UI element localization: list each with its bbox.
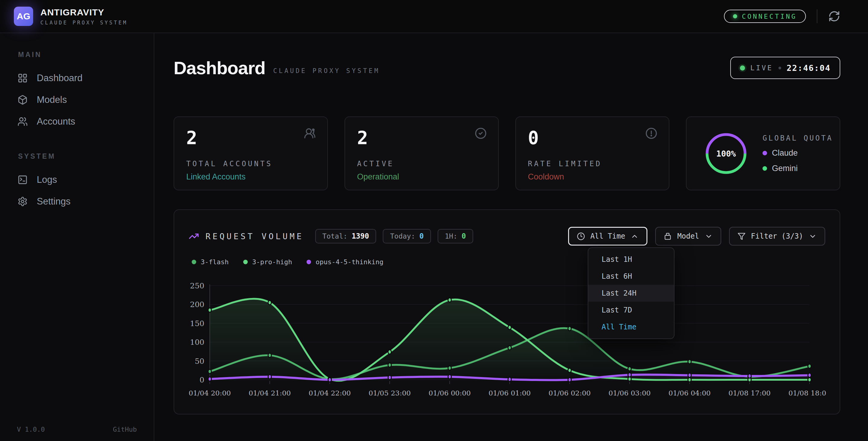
archive-icon — [664, 232, 672, 240]
filter-button[interactable]: Filter (3/3) — [729, 227, 825, 245]
refresh-button[interactable] — [828, 10, 840, 22]
main-content: Dashboard CLAUDE PROXY SYSTEM LIVE 22:46… — [154, 33, 868, 441]
stat-sublabel: Operational — [357, 172, 486, 182]
version-label: V 1.0.0 — [17, 425, 45, 433]
stat-cards: 2 TOTAL ACCOUNTS Linked Accounts 2 ACTIV… — [174, 116, 840, 190]
time-range-option[interactable]: Last 7D — [588, 302, 674, 319]
chart-header: REQUEST VOLUME Total: 1390 Today: 0 1H: … — [189, 227, 825, 245]
topbar: AG ANTIGRAVITY CLAUDE PROXY SYSTEM CONNE… — [0, 0, 868, 33]
github-link[interactable]: GitHub — [113, 425, 137, 433]
refresh-icon — [828, 10, 840, 22]
series-label: opus-4-5-thinking — [315, 258, 383, 266]
app-logo: AG — [14, 7, 33, 26]
sidebar-item-label: Settings — [37, 196, 70, 207]
svg-text:01/06 00:00: 01/06 00:00 — [429, 389, 471, 397]
topbar-divider — [817, 9, 817, 23]
quota-label: GLOBAL QUOTA — [763, 134, 833, 142]
legend-item: opus-4-5-thinking — [307, 258, 383, 266]
sidebar-item-label: Accounts — [37, 116, 75, 127]
series-dot — [243, 260, 248, 264]
terminal-icon — [18, 175, 28, 185]
svg-text:01/06 04:00: 01/06 04:00 — [669, 389, 711, 397]
series-label: 3-flash — [201, 258, 229, 266]
stat-label: RATE LIMITED — [528, 159, 657, 168]
series-dot — [192, 260, 196, 264]
sidebar-item-accounts[interactable]: Accounts — [8, 111, 146, 133]
stat-label: ACTIVE — [357, 159, 486, 168]
svg-text:01/04 22:00: 01/04 22:00 — [309, 389, 351, 397]
quota-legend-claude: Claude — [763, 148, 833, 158]
app-subtitle: CLAUDE PROXY SYSTEM — [40, 20, 127, 26]
page-header: Dashboard CLAUDE PROXY SYSTEM LIVE 22:46… — [174, 57, 840, 79]
quota-percent: 100% — [716, 149, 736, 158]
gemini-dot — [763, 166, 767, 171]
global-quota-card: 100% GLOBAL QUOTA Claude Gemini — [686, 116, 840, 190]
pill-value: 0 — [420, 232, 424, 240]
time-range-option[interactable]: Last 24H — [588, 285, 674, 302]
stat-sublabel: Cooldown — [528, 172, 657, 182]
quota-ring: 100% — [704, 131, 749, 176]
series-label: 3-pro-high — [252, 258, 292, 266]
stat-label: TOTAL ACCOUNTS — [186, 159, 315, 168]
svg-text:50: 50 — [195, 357, 204, 365]
sidebar-section-label: SYSTEM — [18, 152, 146, 160]
page-subtitle: CLAUDE PROXY SYSTEM — [273, 67, 380, 75]
sidebar-item-dashboard[interactable]: Dashboard — [8, 67, 146, 89]
today-pill: Today: 0 — [383, 229, 431, 243]
claude-dot — [763, 151, 767, 155]
sidebar-section-main: MAIN Dashboard Models Accounts — [8, 51, 146, 133]
cube-icon — [18, 95, 28, 105]
time-range-option[interactable]: All Time — [588, 319, 674, 335]
total-pill: Total: 1390 — [315, 229, 376, 243]
page-title: Dashboard — [174, 58, 265, 79]
request-volume-card: REQUEST VOLUME Total: 1390 Today: 0 1H: … — [174, 209, 840, 414]
sidebar-footer: V 1.0.0 GitHub — [17, 425, 137, 433]
users-icon — [18, 116, 28, 127]
stat-value: 2 — [357, 128, 486, 147]
stat-card-rate-limited: 0 RATE LIMITED Cooldown — [516, 116, 670, 190]
svg-text:250: 250 — [190, 282, 204, 290]
time-range-button[interactable]: All Time — [568, 227, 648, 245]
sidebar: MAIN Dashboard Models Accounts SYSTEM Lo… — [0, 33, 154, 441]
svg-text:01/06 02:00: 01/06 02:00 — [549, 389, 591, 397]
gear-icon — [18, 196, 28, 207]
sidebar-item-label: Logs — [37, 174, 57, 185]
svg-text:01/08 18:00: 01/08 18:00 — [788, 389, 827, 397]
svg-text:01/06 03:00: 01/06 03:00 — [609, 389, 651, 397]
chevron-down-icon — [705, 232, 713, 240]
svg-text:100: 100 — [190, 338, 204, 347]
quota-legend-label: Claude — [772, 148, 798, 158]
sidebar-section-label: MAIN — [18, 51, 146, 59]
connection-status-badge: CONNECTING — [724, 10, 806, 23]
svg-text:01/04 20:00: 01/04 20:00 — [189, 389, 231, 397]
sidebar-item-label: Models — [37, 94, 67, 105]
time-range-label: All Time — [590, 232, 625, 240]
pill-label: 1H: — [445, 232, 458, 240]
alert-circle-icon — [645, 127, 657, 139]
funnel-icon — [738, 232, 746, 240]
svg-text:150: 150 — [190, 319, 204, 328]
pill-value: 0 — [462, 232, 466, 240]
sidebar-item-settings[interactable]: Settings — [8, 190, 146, 212]
legend-item: 3-flash — [192, 258, 229, 266]
model-filter-button[interactable]: Model — [655, 227, 721, 245]
svg-text:01/04 21:00: 01/04 21:00 — [249, 389, 291, 397]
chart-legend: 3-flash 3-pro-high opus-4-5-thinking — [189, 258, 825, 266]
stat-card-total-accounts: 2 TOTAL ACCOUNTS Linked Accounts — [174, 116, 328, 190]
app-title: ANTIGRAVITY — [40, 7, 127, 18]
live-label: LIVE — [750, 64, 773, 72]
time-range-option[interactable]: Last 1H — [588, 251, 674, 268]
legend-item: 3-pro-high — [243, 258, 292, 266]
chart-title: REQUEST VOLUME — [206, 232, 304, 241]
connection-status-dot — [733, 14, 737, 19]
pill-label: Total: — [322, 232, 347, 240]
series-dot — [307, 260, 311, 264]
time-range-option[interactable]: Last 6H — [588, 268, 674, 285]
sidebar-item-logs[interactable]: Logs — [8, 169, 146, 190]
sidebar-item-models[interactable]: Models — [8, 89, 146, 111]
stat-value: 2 — [186, 128, 315, 147]
time-range-dropdown: Last 1H Last 6H Last 24H Last 7D All Tim… — [588, 247, 675, 339]
request-volume-chart: 05010015020025001/04 20:0001/04 21:0001/… — [189, 282, 827, 403]
pill-value: 1390 — [352, 232, 369, 240]
chevron-down-icon — [809, 232, 817, 240]
